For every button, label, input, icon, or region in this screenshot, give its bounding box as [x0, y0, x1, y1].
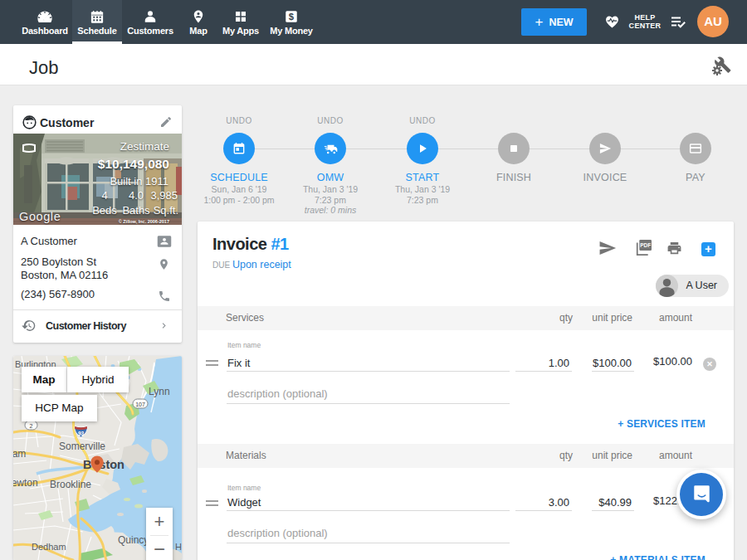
svg-text:$: $ [289, 12, 295, 22]
svg-text:Quincy: Quincy [118, 534, 149, 546]
svg-text:Dedham: Dedham [32, 542, 66, 552]
svg-text:Brookline: Brookline [50, 479, 91, 490]
svg-text:Somerville: Somerville [59, 441, 105, 452]
svg-text:Hingham: Hingham [175, 542, 182, 552]
svg-text:Boston: Boston [83, 458, 124, 471]
svg-text:107: 107 [135, 402, 145, 407]
svg-text:PDF: PDF [640, 242, 651, 248]
svg-text:ham: ham [13, 448, 26, 460]
svg-text:Lynn: Lynn [149, 386, 170, 397]
svg-text:2: 2 [30, 423, 33, 429]
svg-text:Newton: Newton [13, 477, 38, 489]
svg-text:93: 93 [78, 431, 85, 436]
